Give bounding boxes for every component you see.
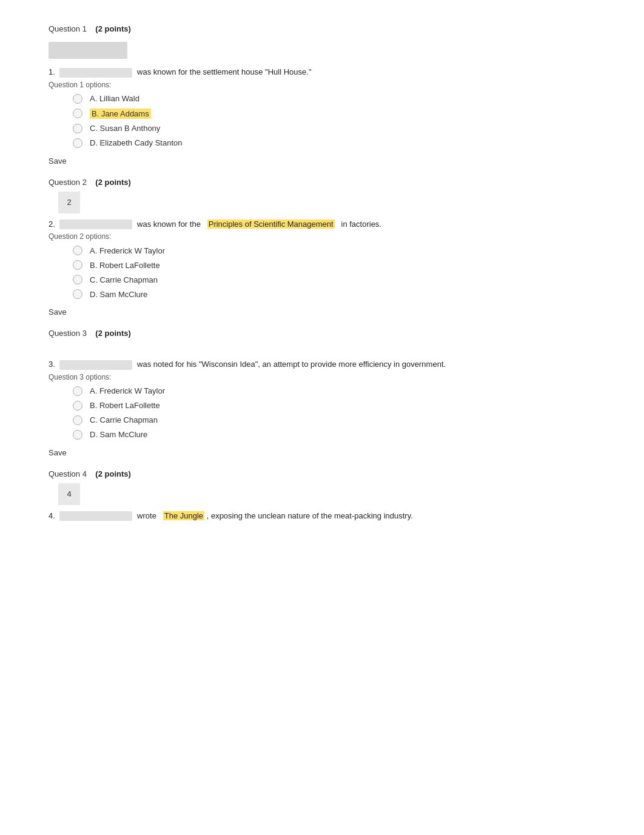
question-1-options-label: Question 1 options: <box>49 81 595 89</box>
q4-text-prefix: 4. <box>49 511 55 520</box>
q3-option-d[interactable]: D. Sam McClure <box>73 430 595 440</box>
q3-option-b-text: B. Robert LaFollette <box>90 401 160 410</box>
q2-blank <box>59 220 132 229</box>
q3-blank <box>59 360 132 370</box>
q4-text-highlight: The Jungle <box>163 511 204 520</box>
q1-option-c-text: C. Susan B Anthony <box>90 124 160 133</box>
q3-text-suffix: was noted for his "Wisconsin Idea", an a… <box>137 360 446 369</box>
question-4-text: 4. wrote The Jungle , exposing the uncle… <box>49 510 595 522</box>
q2-radio-a[interactable] <box>73 246 82 255</box>
q3-option-c-text: C. Carrie Chapman <box>90 415 158 424</box>
q4-text-suffix: , exposing the unclean nature of the mea… <box>207 511 413 520</box>
q3-option-a[interactable]: A. Frederick W Taylor <box>73 386 595 396</box>
question-4-label: Question 4 <box>49 469 87 478</box>
q2-radio-b[interactable] <box>73 260 82 270</box>
question-1-text: 1. was known for the settlement house "H… <box>49 66 595 78</box>
q2-option-a-text: A. Frederick W Taylor <box>90 246 165 255</box>
q2-option-b[interactable]: B. Robert LaFollette <box>73 260 595 270</box>
q3-option-d-text: D. Sam McClure <box>90 430 147 439</box>
q3-option-a-text: A. Frederick W Taylor <box>90 386 165 395</box>
question-1-points: (2 points) <box>95 24 131 33</box>
q3-radio-d[interactable] <box>73 430 82 440</box>
q1-radio-c[interactable] <box>73 124 82 133</box>
q2-radio-d[interactable] <box>73 289 82 299</box>
question-4-number-box: 4 <box>58 483 80 505</box>
q3-option-c[interactable]: C. Carrie Chapman <box>73 415 595 425</box>
q2-text-highlight: Principles of Scientific Management <box>207 220 335 229</box>
question-2-points: (2 points) <box>95 178 131 187</box>
q1-option-b[interactable]: B. Jane Addams <box>73 109 595 119</box>
q3-option-b[interactable]: B. Robert LaFollette <box>73 401 595 411</box>
q2-option-a[interactable]: A. Frederick W Taylor <box>73 246 595 255</box>
question-1-label: Question 1 <box>49 24 87 33</box>
q1-option-a[interactable]: A. Lillian Wald <box>73 94 595 104</box>
q2-text-suffix: in factories. <box>341 220 381 229</box>
question-2-number-box: 2 <box>58 192 80 213</box>
q2-option-d[interactable]: D. Sam McClure <box>73 289 595 299</box>
question-4-header: Question 4 (2 points) <box>49 469 595 478</box>
question-1-image <box>49 42 127 59</box>
q2-save-button[interactable]: Save <box>49 307 67 317</box>
q1-text-suffix: was known for the settlement house "Hull… <box>137 67 311 76</box>
q1-save-button[interactable]: Save <box>49 156 67 166</box>
question-3-label: Question 3 <box>49 329 87 338</box>
question-2-header: Question 2 (2 points) <box>49 178 595 187</box>
q4-text-middle: wrote <box>137 511 156 520</box>
q3-radio-b[interactable] <box>73 401 82 411</box>
question-1-block: Question 1 (2 points) 1. was known for t… <box>49 24 595 167</box>
q3-radio-c[interactable] <box>73 415 82 425</box>
q3-radio-a[interactable] <box>73 386 82 396</box>
q4-blank <box>59 511 132 521</box>
q1-blank <box>59 68 132 78</box>
question-3-text: 3. was noted for his "Wisconsin Idea", a… <box>49 358 595 371</box>
q1-radio-d[interactable] <box>73 138 82 148</box>
q3-save-button[interactable]: Save <box>49 448 67 457</box>
question-3-options-label: Question 3 options: <box>49 373 595 381</box>
q1-option-c[interactable]: C. Susan B Anthony <box>73 124 595 133</box>
q1-radio-a[interactable] <box>73 94 82 104</box>
q1-option-d[interactable]: D. Elizabeth Cady Stanton <box>73 138 595 148</box>
question-3-points: (2 points) <box>95 329 131 338</box>
q2-option-b-text: B. Robert LaFollette <box>90 261 160 270</box>
question-1-header: Question 1 (2 points) <box>49 24 595 33</box>
question-2-label: Question 2 <box>49 178 87 187</box>
q2-text-prefix: 2. <box>49 220 55 229</box>
question-4-block: Question 4 (2 points) 4 4. wrote The Jun… <box>49 469 595 522</box>
q2-radio-c[interactable] <box>73 275 82 284</box>
question-2-text: 2. was known for the Principles of Scien… <box>49 218 595 230</box>
q2-option-c[interactable]: C. Carrie Chapman <box>73 275 595 284</box>
question-3-block: Question 3 (2 points) 3. was noted for h… <box>49 329 595 458</box>
question-2-block: Question 2 (2 points) 2 2. was known for… <box>49 178 595 318</box>
q1-text-prefix: 1. <box>49 67 55 76</box>
question-3-header: Question 3 (2 points) <box>49 329 595 338</box>
q2-text-middle: was known for the <box>137 220 201 229</box>
q1-option-d-text: D. Elizabeth Cady Stanton <box>90 138 182 147</box>
q2-option-d-text: D. Sam McClure <box>90 290 147 299</box>
q4-number-display: 4 <box>67 489 71 498</box>
q3-text-prefix: 3. <box>49 360 55 369</box>
q2-option-c-text: C. Carrie Chapman <box>90 275 158 284</box>
question-2-options-label: Question 2 options: <box>49 232 595 241</box>
question-4-points: (2 points) <box>95 469 131 478</box>
q2-number-display: 2 <box>67 198 71 207</box>
q1-option-b-text: B. Jane Addams <box>90 109 151 119</box>
q1-radio-b[interactable] <box>73 109 82 118</box>
q1-option-a-text: A. Lillian Wald <box>90 94 139 103</box>
